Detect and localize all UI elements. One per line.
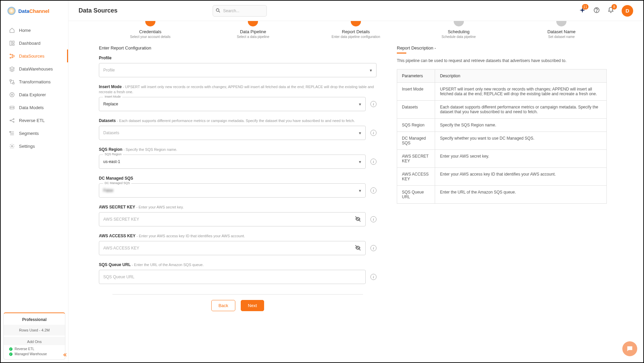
sparkle-notifications[interactable]: 11	[579, 7, 586, 15]
svg-rect-6	[10, 80, 11, 81]
field-aws-secret: AWS SECRET KEY - Enter your AWS secret k…	[99, 204, 377, 226]
step-circle-icon	[145, 21, 155, 26]
search-input[interactable]: Search...	[213, 5, 267, 17]
table-header: Description	[435, 69, 607, 83]
svg-rect-19	[9, 131, 10, 132]
step-scheduling[interactable]: Scheduling Schedule data pipeline	[407, 21, 510, 39]
segments-icon	[9, 130, 15, 136]
page-title: Data Sources	[79, 7, 117, 14]
nav: Home Dashboard DataSources DataWarehouse…	[1, 21, 68, 312]
info-icon[interactable]: i	[370, 159, 377, 165]
svg-point-3	[10, 54, 11, 55]
step-dataset-name[interactable]: Dataset Name Set dataset name	[510, 21, 613, 39]
sidebar-item-label: Settings	[19, 144, 35, 149]
svg-point-27	[628, 348, 629, 348]
main: Credentials Select your account details …	[68, 21, 643, 362]
next-button[interactable]: Next	[241, 300, 264, 311]
step-report-details[interactable]: Report Details Enter data pipeline confi…	[304, 21, 407, 39]
info-icon[interactable]: i	[370, 187, 377, 194]
sidebar-item-segments[interactable]: Segments	[1, 127, 68, 140]
transform-icon	[9, 79, 15, 85]
insert-mode-select[interactable]: Insert Mode Replace ▾	[99, 97, 366, 111]
aws-secret-input[interactable]: AWS SECRET KEY	[99, 212, 366, 226]
table-row: DatasetsEach dataset supports different …	[397, 101, 607, 119]
datasets-select[interactable]: Datasets ▾	[99, 126, 366, 140]
form-heading: Enter Report Configuration	[99, 45, 377, 51]
field-insert-mode: Insert Mode - UPSERT will insert only ne…	[99, 84, 377, 111]
layers-icon	[9, 66, 15, 72]
search-wrap: Search...	[213, 5, 267, 17]
back-button[interactable]: Back	[211, 300, 235, 311]
search-icon	[215, 8, 221, 14]
avatar[interactable]: D	[622, 5, 633, 17]
heading-underline	[397, 53, 406, 54]
eye-off-icon[interactable]	[355, 244, 361, 252]
sidebar-item-reverse-etl[interactable]: Reverse ETL	[1, 114, 68, 127]
sidebar-item-warehouses[interactable]: DataWarehouses	[1, 62, 68, 75]
step-credentials[interactable]: Credentials Select your account details	[99, 21, 202, 39]
chevron-down-icon: ▾	[359, 188, 361, 193]
sidebar-item-label: Transformations	[19, 79, 50, 84]
chevron-down-icon: ▾	[359, 130, 361, 136]
eye-off-icon[interactable]	[355, 216, 361, 223]
logo-icon	[7, 7, 16, 15]
sidebar-item-datasources[interactable]: DataSources	[1, 49, 68, 62]
field-profile: Profile Profile ▾	[99, 55, 377, 77]
field-datasets: Datasets - Each dataset supports differe…	[99, 118, 377, 140]
chevron-down-icon: ▾	[359, 159, 361, 164]
logo-text: DataChannel	[18, 8, 49, 14]
models-icon	[9, 104, 15, 110]
sidebar-item-label: Data Models	[19, 105, 44, 110]
check-icon: ✓	[9, 352, 13, 356]
addon-row: ✓Reverse ETL	[6, 346, 62, 351]
info-icon[interactable]: i	[370, 245, 377, 251]
svg-rect-0	[10, 41, 12, 45]
svg-point-29	[630, 348, 631, 348]
svg-point-12	[13, 107, 13, 108]
dashboard-icon	[9, 40, 15, 46]
dc-managed-sqs-select[interactable]: DC Managed SQS False ▾	[99, 183, 366, 198]
header: Data Sources Search... 11 8 D	[68, 1, 643, 21]
reverse-etl-icon	[9, 117, 15, 123]
svg-rect-7	[13, 82, 14, 84]
sidebar-item-label: Reverse ETL	[19, 118, 45, 123]
sidebar-item-label: Data Explorer	[19, 92, 46, 97]
aws-access-input[interactable]: AWS ACCESS KEY	[99, 241, 366, 255]
gear-icon	[9, 143, 15, 149]
chat-fab[interactable]	[622, 341, 637, 356]
sidebar-item-label: DataWarehouses	[19, 66, 53, 72]
profile-select[interactable]: Profile ▾	[99, 63, 377, 77]
step-pipeline[interactable]: Data Pipeline Select a data pipeline	[202, 21, 305, 39]
badge: 8	[611, 4, 617, 9]
sidebar-item-home[interactable]: Home	[1, 24, 68, 37]
sidebar-item-dashboard[interactable]: Dashboard	[1, 37, 68, 49]
field-aws-access: AWS ACCESS KEY - Enter your AWS access k…	[99, 233, 377, 255]
report-desc-heading: Report Description -	[397, 45, 607, 51]
sidebar-item-transformations[interactable]: Transformations	[1, 75, 68, 88]
svg-point-8	[10, 93, 14, 97]
chevron-down-icon: ▾	[370, 68, 372, 73]
info-icon[interactable]: i	[370, 130, 377, 136]
stepper: Credentials Select your account details …	[79, 21, 633, 45]
sidebar-item-explorer[interactable]: Data Explorer	[1, 88, 68, 101]
parameters-table: ParametersDescription Insert ModeUPSERT …	[397, 69, 607, 204]
sidebar-item-label: Home	[19, 28, 31, 33]
info-icon[interactable]: i	[370, 101, 377, 107]
svg-point-11	[10, 107, 11, 108]
svg-rect-1	[12, 41, 14, 43]
table-row: AWS SECRET KEYEnter your AWS secret key.	[397, 150, 607, 168]
help-button[interactable]	[593, 7, 600, 15]
info-icon[interactable]: i	[370, 274, 377, 280]
sidebar-item-settings[interactable]: Settings	[1, 140, 68, 153]
info-icon[interactable]: i	[370, 216, 377, 222]
description-column: Report Description - This pipeline can b…	[397, 45, 607, 318]
sqs-queue-url-input[interactable]: SQS Queue URL	[99, 270, 366, 284]
addon-row: ✓Managed Warehouse	[6, 351, 62, 357]
check-icon: ✓	[9, 347, 13, 351]
sidebar-item-models[interactable]: Data Models	[1, 101, 68, 114]
sidebar-item-label: Segments	[19, 131, 39, 136]
sqs-region-select[interactable]: SQS Region us-east-1 ▾	[99, 155, 366, 169]
bell-notifications[interactable]: 8	[607, 7, 614, 15]
logo[interactable]: DataChannel	[1, 1, 68, 21]
svg-rect-2	[12, 44, 14, 45]
